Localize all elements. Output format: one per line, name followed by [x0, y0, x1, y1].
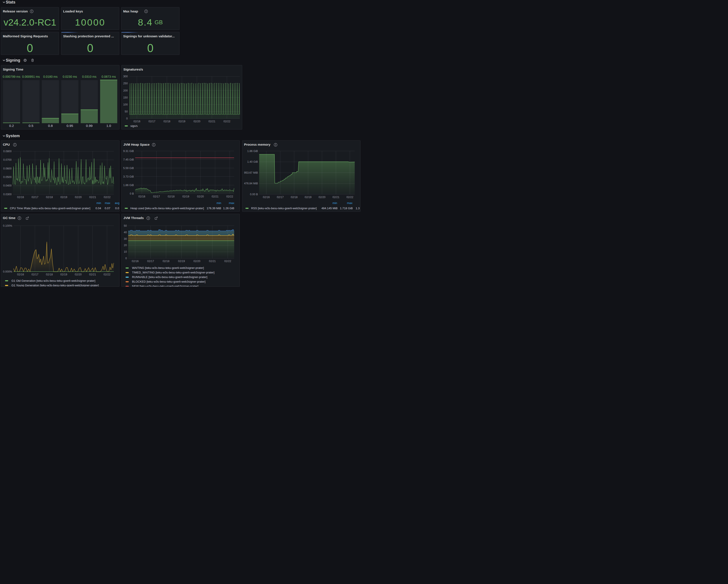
svg-text:02/17: 02/17: [153, 195, 160, 198]
svg-text:02/19: 02/19: [305, 196, 311, 199]
svg-text:02/16: 02/16: [133, 120, 140, 123]
svg-text:484.145 MiB: 484.145 MiB: [321, 206, 337, 210]
svg-text:max: max: [347, 201, 353, 204]
svg-text:0.0180 ms: 0.0180 ms: [43, 75, 57, 78]
svg-text:02/22: 02/22: [346, 196, 353, 199]
svg-text:5.59 GiB: 5.59 GiB: [123, 167, 134, 170]
svg-text:0.07: 0.07: [105, 206, 110, 210]
svg-text:9.31 GiB: 9.31 GiB: [123, 149, 134, 152]
svg-text:02/19: 02/19: [60, 196, 67, 199]
svg-text:02/16: 02/16: [138, 195, 145, 198]
svg-text:02/18: 02/18: [291, 196, 297, 199]
svg-text:0.5: 0.5: [29, 124, 33, 128]
svg-text:3.73 GiB: 3.73 GiB: [123, 175, 134, 178]
svg-text:02/21: 02/21: [332, 196, 339, 199]
svg-text:0.99: 0.99: [86, 124, 93, 128]
svg-text:0.0300: 0.0300: [3, 193, 11, 196]
svg-text:02/20: 02/20: [193, 120, 200, 123]
svg-text:02/17: 02/17: [277, 196, 283, 199]
svg-text:0.0800: 0.0800: [3, 150, 11, 153]
svg-text:G1 Old Generation [teku-w3s-be: G1 Old Generation [teku-w3s-besu-teku-go…: [11, 279, 96, 282]
svg-text:50: 50: [125, 110, 128, 113]
svg-text:0: 0: [126, 117, 128, 120]
svg-text:50: 50: [124, 224, 127, 227]
svg-text:02/22: 02/22: [226, 195, 233, 198]
svg-text:200: 200: [123, 89, 128, 92]
svg-text:1.40 GiB: 1.40 GiB: [247, 160, 258, 163]
svg-text:02/22: 02/22: [224, 120, 230, 123]
svg-text:0.0310 ms: 0.0310 ms: [82, 75, 96, 78]
svg-text:0.0873 ms: 0.0873 ms: [102, 75, 116, 78]
svg-text:476.84 MiB: 476.84 MiB: [244, 182, 258, 185]
svg-text:NEW [teku-w3s-besu-teku-goerli: NEW [teku-w3s-besu-teku-goerli-web3signe…: [132, 285, 199, 287]
svg-text:02/20: 02/20: [75, 196, 82, 199]
svg-text:7.45 GiB: 7.45 GiB: [123, 158, 134, 161]
svg-text:0.0500: 0.0500: [3, 175, 11, 178]
svg-text:min: min: [97, 201, 101, 204]
svg-text:sigs/s: sigs/s: [130, 124, 138, 128]
svg-text:02/21: 02/21: [212, 195, 218, 198]
svg-text:0.95: 0.95: [67, 124, 73, 128]
svg-text:TIMED_WAITING [teku-w3s-besu-t: TIMED_WAITING [teku-w3s-besu-teku-goerli…: [132, 271, 215, 274]
svg-text:1.0: 1.0: [106, 124, 111, 128]
svg-text:avg: avg: [115, 201, 120, 204]
svg-text:CPU Time IRate [teku-w3s-besu-: CPU Time IRate [teku-w3s-besu-teku-goerl…: [10, 206, 90, 210]
svg-text:10: 10: [124, 250, 127, 253]
svg-text:02/21: 02/21: [89, 196, 96, 199]
svg-text:02/21: 02/21: [209, 120, 215, 123]
svg-text:100: 100: [123, 103, 128, 106]
svg-text:1.718 GiB: 1.718 GiB: [340, 206, 353, 210]
svg-text:0.0230 ms: 0.0230 ms: [63, 75, 77, 78]
svg-text:0.2: 0.2: [9, 124, 14, 128]
svg-text:0.0400: 0.0400: [3, 184, 11, 187]
svg-text:02/21: 02/21: [209, 260, 216, 263]
svg-text:176.39 MiB: 176.39 MiB: [207, 206, 221, 210]
svg-text:0.000799 ms: 0.000799 ms: [3, 75, 20, 78]
svg-text:250: 250: [123, 82, 128, 85]
svg-text:02/16: 02/16: [17, 196, 24, 199]
svg-text:02/17: 02/17: [147, 260, 154, 263]
svg-text:02/21: 02/21: [89, 273, 96, 276]
svg-text:max: max: [105, 201, 110, 204]
svg-text:02/20: 02/20: [75, 273, 81, 276]
svg-text:30: 30: [124, 237, 127, 240]
svg-text:02/18: 02/18: [46, 196, 53, 199]
svg-text:02/19: 02/19: [182, 195, 189, 198]
svg-text:Heap used [teku-w3s-besu-teku-: Heap used [teku-w3s-besu-teku-goerli-web…: [130, 206, 204, 210]
svg-text:0: 0: [125, 257, 127, 260]
svg-text:max: max: [229, 201, 234, 204]
svg-text:02/19: 02/19: [60, 273, 67, 276]
svg-text:1.39 GiB: 1.39 GiB: [356, 206, 360, 210]
svg-text:0.000%: 0.000%: [3, 270, 12, 273]
svg-text:0.00 B: 0.00 B: [250, 193, 258, 196]
svg-text:02/22: 02/22: [104, 196, 110, 199]
svg-text:1.86 GiB: 1.86 GiB: [247, 149, 258, 152]
svg-text:WAITING [teku-w3s-besu-teku-go: WAITING [teku-w3s-besu-teku-goerli-web3s…: [132, 266, 204, 270]
svg-text:0.100%: 0.100%: [3, 224, 12, 227]
svg-text:02/17: 02/17: [31, 196, 38, 199]
svg-text:0.8: 0.8: [48, 124, 53, 128]
svg-text:02/18: 02/18: [46, 273, 53, 276]
svg-text:02/18: 02/18: [168, 195, 175, 198]
svg-text:02/17: 02/17: [149, 120, 155, 123]
svg-text:02/16: 02/16: [263, 196, 269, 199]
svg-text:02/16: 02/16: [132, 260, 138, 263]
svg-text:02/18: 02/18: [163, 260, 170, 263]
svg-text:min: min: [332, 201, 337, 204]
svg-text:G1 Young Generation [teku-w3s-: G1 Young Generation [teku-w3s-besu-teku-…: [11, 284, 99, 287]
svg-text:1.26 GiB: 1.26 GiB: [223, 206, 235, 210]
svg-text:02/22: 02/22: [224, 260, 231, 263]
svg-text:RSS [teku-w3s-besu-teku-goerli: RSS [teku-w3s-besu-teku-goerli-web3signe…: [251, 206, 317, 210]
svg-text:RUNNABLE [teku-w3s-besu-teku-g: RUNNABLE [teku-w3s-besu-teku-goerli-web3…: [132, 275, 207, 279]
svg-text:BLOCKED [teku-w3s-besu-teku-go: BLOCKED [teku-w3s-besu-teku-goerli-web3s…: [132, 280, 206, 283]
svg-text:02/22: 02/22: [104, 273, 110, 276]
svg-text:02/20: 02/20: [193, 260, 200, 263]
svg-text:1.86 GiB: 1.86 GiB: [123, 183, 134, 186]
svg-text:0.0600: 0.0600: [3, 167, 11, 170]
svg-text:0.0700: 0.0700: [3, 158, 11, 161]
svg-text:02/20: 02/20: [197, 195, 204, 198]
svg-text:40: 40: [124, 231, 127, 234]
svg-text:02/19: 02/19: [178, 260, 185, 263]
svg-text:02/17: 02/17: [31, 273, 38, 276]
svg-text:0.000951 ms: 0.000951 ms: [22, 75, 40, 78]
